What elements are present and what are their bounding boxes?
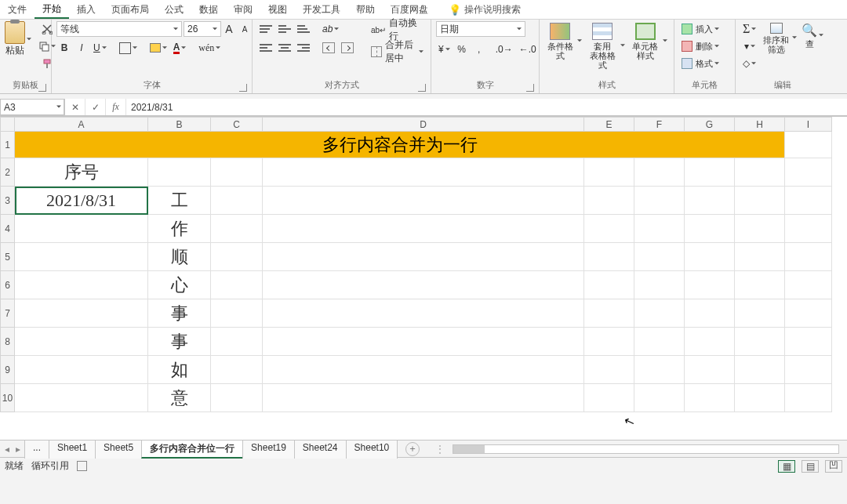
row-header-9[interactable]: 9 — [1, 356, 15, 384]
cell-F9[interactable] — [634, 356, 685, 384]
clear-button[interactable]: ◇ — [740, 56, 758, 71]
enter-formula-button[interactable]: ✓ — [85, 99, 106, 115]
cell-C7[interactable] — [211, 299, 263, 328]
cell-F7[interactable] — [634, 299, 685, 328]
align-middle-button[interactable] — [276, 21, 293, 37]
italic-button[interactable]: I — [74, 40, 89, 56]
copy-button[interactable] — [36, 38, 58, 54]
cell-E7[interactable] — [584, 299, 634, 328]
name-box[interactable]: A3 — [0, 99, 64, 115]
column-headers[interactable]: A B C D E F G H I — [1, 118, 832, 132]
borders-button[interactable] — [117, 40, 140, 56]
cell-A5[interactable] — [15, 243, 148, 271]
cell-E2[interactable] — [584, 158, 634, 187]
cell-C8[interactable] — [211, 328, 263, 356]
comma-format-button[interactable]: , — [471, 42, 487, 57]
cell-B5[interactable]: 顺 — [148, 243, 211, 271]
increase-font-button[interactable]: A — [221, 21, 237, 37]
col-header-H[interactable]: H — [735, 118, 785, 132]
cancel-formula-button[interactable]: ✕ — [65, 99, 85, 115]
cell-H9[interactable] — [735, 356, 785, 384]
view-page-break-button[interactable]: 凹 — [825, 460, 842, 473]
wrap-text-button[interactable]: ab↵ 自动换行 — [365, 21, 426, 38]
cell-C9[interactable] — [211, 356, 263, 384]
cell-I2[interactable] — [785, 158, 832, 187]
increase-indent-button[interactable] — [339, 40, 356, 56]
cell-E4[interactable] — [584, 215, 634, 243]
sort-filter-button[interactable]: 排序和筛选 — [762, 21, 798, 54]
cell-I10[interactable] — [785, 384, 832, 412]
cell-H8[interactable] — [735, 328, 785, 356]
cell-H3[interactable] — [735, 187, 785, 215]
row-header-10[interactable]: 10 — [1, 384, 15, 412]
cell-I6[interactable] — [785, 271, 832, 299]
cell-D2[interactable] — [263, 158, 584, 187]
cell-H2[interactable] — [735, 158, 785, 187]
cell-F2[interactable] — [634, 158, 685, 187]
menu-view[interactable]: 视图 — [260, 0, 295, 19]
cell-D10[interactable] — [263, 384, 584, 412]
col-header-B[interactable]: B — [148, 118, 211, 132]
sheet-tab-4[interactable]: Sheet19 — [242, 440, 295, 459]
cell-G10[interactable] — [685, 384, 735, 412]
row-header-3[interactable]: 3 — [1, 187, 15, 215]
cell-B6[interactable]: 心 — [148, 271, 211, 299]
font-size-select[interactable]: 26 — [184, 21, 221, 37]
formula-input[interactable]: 2021/8/31 — [126, 102, 847, 113]
tab-nav-first[interactable]: ◂ — [5, 444, 9, 455]
cell-F3[interactable] — [634, 187, 685, 215]
cell-H7[interactable] — [735, 299, 785, 328]
row-header-7[interactable]: 7 — [1, 299, 15, 328]
clipboard-dialog-launcher[interactable] — [38, 84, 46, 92]
cell-E10[interactable] — [584, 384, 634, 412]
cell-B7[interactable]: 事 — [148, 299, 211, 328]
find-select-button[interactable]: 🔍 查 — [802, 21, 825, 49]
font-dialog-launcher[interactable] — [239, 84, 247, 92]
col-header-C[interactable]: C — [211, 118, 263, 132]
cell-B4[interactable]: 作 — [148, 215, 211, 243]
cell-A2[interactable]: 序号 — [15, 158, 148, 187]
sheet-tab-0[interactable]: ... — [24, 440, 49, 459]
cell-A9[interactable] — [15, 356, 148, 384]
increase-decimal-button[interactable]: .0→ — [493, 42, 515, 57]
tab-nav-next[interactable]: ▸ — [16, 444, 20, 455]
cell-I3[interactable] — [785, 187, 832, 215]
autosum-button[interactable]: Σ — [740, 21, 758, 37]
fill-button[interactable]: ▾ — [742, 38, 758, 54]
menu-file[interactable]: 文件 — [0, 0, 35, 19]
cell-G2[interactable] — [685, 158, 735, 187]
underline-button[interactable]: U — [91, 40, 109, 56]
cell-E5[interactable] — [584, 243, 634, 271]
cell-G5[interactable] — [685, 243, 735, 271]
row-header-1[interactable]: 1 — [1, 132, 15, 158]
insert-cells-button[interactable]: 插入 — [679, 21, 722, 37]
col-header-E[interactable]: E — [584, 118, 634, 132]
accounting-format-button[interactable]: ¥ — [436, 42, 453, 57]
cell-B2[interactable] — [148, 158, 211, 187]
col-header-I[interactable]: I — [785, 118, 832, 132]
menu-page-layout[interactable]: 页面布局 — [104, 0, 157, 19]
font-color-button[interactable]: A — [171, 40, 189, 56]
cell-C4[interactable] — [211, 215, 263, 243]
cell-E3[interactable] — [584, 187, 634, 215]
cell-D4[interactable] — [263, 215, 584, 243]
cell-A10[interactable] — [15, 384, 148, 412]
sheet-tab-5[interactable]: Sheet24 — [294, 440, 347, 459]
sheet-tab-2[interactable]: Sheet5 — [95, 440, 142, 459]
cell-C6[interactable] — [211, 271, 263, 299]
fill-color-button[interactable] — [147, 40, 169, 56]
cell-H10[interactable] — [735, 384, 785, 412]
tab-split-handle[interactable]: ⋮ — [435, 444, 445, 455]
cell-I8[interactable] — [785, 328, 832, 356]
cell-B9[interactable]: 如 — [148, 356, 211, 384]
cell-B8[interactable]: 事 — [148, 328, 211, 356]
percent-format-button[interactable]: % — [454, 42, 470, 57]
align-center-button[interactable] — [276, 40, 293, 56]
cell-C3[interactable] — [211, 187, 263, 215]
cell-G9[interactable] — [685, 356, 735, 384]
cell-B3[interactable]: 工 — [148, 187, 211, 215]
cell-A7[interactable] — [15, 299, 148, 328]
cell-I7[interactable] — [785, 299, 832, 328]
cell-A4[interactable] — [15, 215, 148, 243]
alignment-dialog-launcher[interactable] — [418, 84, 426, 92]
